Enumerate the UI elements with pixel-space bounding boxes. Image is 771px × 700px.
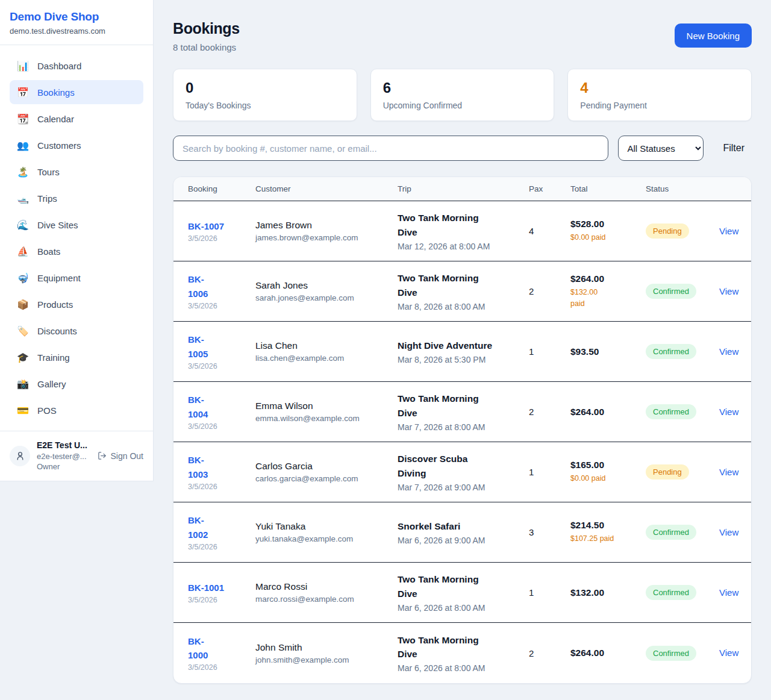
sidebar-item-gallery[interactable]: 📸Gallery [10, 372, 143, 396]
booking-id-link[interactable]: BK-1000 [188, 634, 208, 663]
status-cell: Confirmed [646, 585, 719, 600]
status-cell: Pending [646, 223, 719, 239]
action-cell: View [719, 286, 738, 297]
booking-cell: BK-10023/5/2026 [188, 513, 255, 551]
total-cell: $165.00$0.00 paid [570, 460, 646, 484]
total-cell: $264.00 [570, 407, 646, 417]
booking-cell: BK-10003/5/2026 [188, 634, 255, 672]
trip-cell: Two Tank Morning DiveMar 8, 2026 at 8:00… [398, 271, 529, 311]
pax-count: 4 [529, 226, 570, 236]
status-badge: Pending [646, 223, 689, 239]
action-cell: View [719, 527, 738, 538]
trip-datetime: Mar 6, 2026 at 8:00 AM [398, 663, 529, 673]
sidebar-item-products[interactable]: 📦Products [10, 292, 143, 316]
view-link[interactable]: View [719, 346, 738, 357]
customer-cell: Carlos Garciacarlos.garcia@example.com [255, 461, 398, 483]
view-link[interactable]: View [719, 226, 738, 236]
status-cell: Confirmed [646, 344, 719, 359]
table-row: BK-10033/5/2026Carlos Garciacarlos.garci… [173, 442, 751, 502]
booking-date: 3/5/2026 [188, 663, 255, 672]
search-input[interactable] [173, 136, 608, 161]
booking-id-link[interactable]: BK-1007 [188, 219, 224, 233]
sidebar-item-label: Equipment [37, 273, 81, 283]
customer-email: john.smith@example.com [255, 655, 398, 664]
customer-name: Lisa Chen [255, 340, 398, 351]
booking-id-link[interactable]: BK-1003 [188, 453, 208, 481]
user-section: E2E Test U... e2e-tester@... Owner Sign … [0, 431, 153, 481]
pax-count: 3 [529, 527, 570, 537]
table-row: BK-10003/5/2026John Smithjohn.smith@exam… [173, 623, 751, 683]
sidebar-item-label: Bookings [37, 87, 75, 98]
total-cell: $132.00 [570, 587, 646, 598]
view-link[interactable]: View [719, 648, 738, 658]
pax-count: 2 [529, 286, 570, 296]
booking-id-link[interactable]: BK-1005 [188, 333, 208, 361]
column-header-booking: Booking [188, 184, 255, 193]
filter-button[interactable]: Filter [716, 143, 752, 154]
customer-cell: Emma Wilsonemma.wilson@example.com [255, 401, 398, 423]
view-link[interactable]: View [719, 587, 738, 598]
stats-row: 0Today's Bookings6Upcoming Confirmed4Pen… [173, 69, 752, 121]
app-root: Demo Dive Shop demo.test.divestreams.com… [0, 0, 771, 700]
pax-count: 1 [529, 346, 570, 357]
column-header-pax: Pax [529, 184, 570, 193]
column-header-customer: Customer [255, 184, 398, 193]
sidebar-item-calendar[interactable]: 📆Calendar [10, 107, 143, 131]
sidebar-item-tours[interactable]: 🏝️Tours [10, 160, 143, 184]
booking-id-link[interactable]: BK-1004 [188, 393, 208, 421]
filter-bar: All Statuses Filter [173, 136, 752, 161]
stat-value: 0 [186, 80, 345, 96]
sidebar-item-discounts[interactable]: 🏷️Discounts [10, 319, 143, 343]
sidebar-item-label: Calendar [37, 114, 74, 124]
sidebar-item-label: Dive Sites [37, 220, 78, 230]
sidebar-item-customers[interactable]: 👥Customers [10, 133, 143, 157]
sidebar-item-pos[interactable]: 💳POS [10, 398, 143, 422]
sidebar-item-training[interactable]: 🎓Training [10, 345, 143, 369]
trip-datetime: Mar 8, 2026 at 5:30 PM [398, 355, 529, 364]
sidebar-item-dashboard[interactable]: 📊Dashboard [10, 54, 143, 78]
trip-datetime: Mar 6, 2026 at 8:00 AM [398, 603, 529, 613]
user-email: e2e-tester@... [37, 451, 87, 462]
view-link[interactable]: View [719, 407, 738, 417]
status-badge: Confirmed [646, 284, 696, 299]
people-icon: 👥 [17, 140, 29, 151]
sign-out-label: Sign Out [111, 451, 143, 461]
booking-date: 3/5/2026 [188, 302, 255, 310]
booking-id-link[interactable]: BK-1001 [188, 581, 224, 595]
table-row: BK-10073/5/2026James Brownjames.brown@ex… [173, 201, 751, 261]
action-cell: View [719, 346, 738, 357]
package-icon: 📦 [17, 299, 29, 310]
sidebar-item-boats[interactable]: ⛵Boats [10, 239, 143, 263]
sidebar-item-dive-sites[interactable]: 🌊Dive Sites [10, 213, 143, 237]
sidebar-item-equipment[interactable]: 🤿Equipment [10, 266, 143, 290]
stat-value: 6 [383, 80, 542, 96]
pax-count: 2 [529, 407, 570, 417]
graduation-cap-icon: 🎓 [17, 352, 29, 363]
sidebar-item-bookings[interactable]: 📅Bookings [10, 80, 143, 104]
booking-date: 3/5/2026 [188, 543, 255, 551]
trip-name: Two Tank Morning Dive [398, 633, 495, 661]
sign-out-button[interactable]: Sign Out [98, 451, 143, 461]
view-link[interactable]: View [719, 527, 738, 537]
view-link[interactable]: View [719, 286, 738, 296]
customer-email: emma.wilson@example.com [255, 414, 398, 423]
status-cell: Confirmed [646, 646, 719, 661]
page-subtitle: 8 total bookings [173, 42, 240, 52]
customer-email: carlos.garcia@example.com [255, 474, 398, 483]
status-filter-select[interactable]: All Statuses [618, 136, 704, 161]
booking-date: 3/5/2026 [188, 596, 255, 604]
stat-label: Pending Payment [580, 101, 739, 110]
booking-id-link[interactable]: BK-1006 [188, 272, 208, 301]
sidebar-nav: 📊Dashboard📅Bookings📆Calendar👥Customers🏝️… [0, 45, 153, 431]
booking-cell: BK-10063/5/2026 [188, 272, 255, 310]
view-link[interactable]: View [719, 467, 738, 477]
new-booking-button[interactable]: New Booking [675, 23, 752, 48]
total-cell: $264.00 [570, 648, 646, 658]
tag-icon: 🏷️ [17, 325, 29, 337]
booking-cell: BK-10013/5/2026 [188, 581, 255, 604]
action-cell: View [719, 226, 738, 237]
customer-cell: Lisa Chenlisa.chen@example.com [255, 340, 398, 363]
sidebar-item-trips[interactable]: 🛥️Trips [10, 186, 143, 210]
customer-name: John Smith [255, 642, 398, 653]
booking-id-link[interactable]: BK-1002 [188, 513, 208, 542]
